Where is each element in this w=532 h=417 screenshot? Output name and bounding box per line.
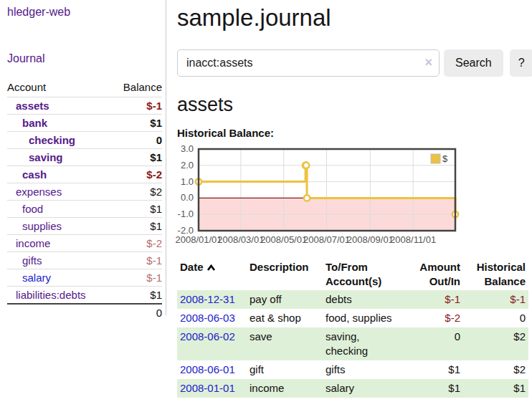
transaction-row: 2008-06-02savesaving, checking0$2 xyxy=(177,327,528,360)
transaction-accounts: salary xyxy=(323,379,406,398)
clear-search-icon[interactable]: × xyxy=(424,55,432,70)
y-tick-label: 1.0 xyxy=(181,176,194,187)
account-link[interactable]: saving xyxy=(29,151,63,163)
search-input[interactable] xyxy=(177,49,440,77)
account-link[interactable]: checking xyxy=(29,134,75,146)
accounts-header-balance: Balance xyxy=(110,79,162,97)
account-balance: $1 xyxy=(110,218,162,235)
accounts-total-balance: 0 xyxy=(110,304,162,321)
account-link[interactable]: food xyxy=(22,203,43,215)
account-row: food$1 xyxy=(7,201,162,218)
account-row: income$-2 xyxy=(7,235,162,252)
search-input-wrap: × xyxy=(177,49,440,77)
transaction-date-link[interactable]: 2008-06-03 xyxy=(180,312,235,324)
x-tick-label: 2008/09/01 xyxy=(347,234,394,245)
transaction-amount: $1 xyxy=(406,379,463,398)
account-link[interactable]: salary xyxy=(22,272,51,284)
accounts-table: Account Balance assets$-1bank$1checking0… xyxy=(7,79,162,321)
th-accounts: To/FromAccount(s) xyxy=(323,259,406,290)
account-row: liabilities:debts$1 xyxy=(7,287,162,305)
account-link[interactable]: income xyxy=(16,237,50,249)
transaction-amount: $1 xyxy=(406,360,463,379)
y-tick-label: 2.0 xyxy=(181,160,194,171)
transaction-date-link[interactable]: 2008-06-01 xyxy=(180,363,235,375)
transaction-row: 2008-06-03eat & shopfood, supplies$-20 xyxy=(177,309,528,327)
transactions-table-body: 2008-12-31pay offdebts$-1$-12008-06-03ea… xyxy=(177,290,528,398)
transaction-amount: $-1 xyxy=(406,290,463,309)
transaction-date-link[interactable]: 2008-12-31 xyxy=(180,293,235,305)
x-tick-label: 2008/03/01 xyxy=(217,234,264,245)
transaction-amount: 0 xyxy=(406,327,463,360)
transaction-accounts: food, supplies xyxy=(323,309,406,327)
transaction-balance: $1 xyxy=(463,379,528,398)
account-link[interactable]: supplies xyxy=(22,220,62,232)
account-balance: 0 xyxy=(110,132,162,149)
data-point-marker xyxy=(303,163,309,168)
transaction-date-link[interactable]: 2008-06-02 xyxy=(180,330,235,342)
accounts-header-row: Account Balance xyxy=(7,79,162,97)
account-link[interactable]: gifts xyxy=(22,254,42,267)
account-row: expenses$2 xyxy=(7,183,162,201)
th-amount: AmountOut/In xyxy=(406,259,463,290)
sidebar: hledger-web Journal Account Balance asse… xyxy=(0,0,166,398)
th-date[interactable]: Date xyxy=(177,259,247,290)
account-link[interactable]: liabilities:debts xyxy=(16,289,86,301)
transaction-balance: $2 xyxy=(463,360,528,379)
y-tick-label: -1.0 xyxy=(178,208,194,219)
transaction-balance: $-1 xyxy=(463,290,528,309)
transaction-description: save xyxy=(247,327,323,360)
account-row: supplies$1 xyxy=(7,218,162,235)
account-row: bank$1 xyxy=(7,115,162,132)
search-button[interactable]: Search xyxy=(444,49,503,77)
app: hledger-web Journal Account Balance asse… xyxy=(0,0,532,398)
account-row: saving$1 xyxy=(7,149,162,166)
data-point-marker xyxy=(304,195,310,201)
x-tick-label: 2008/05/01 xyxy=(260,234,307,245)
app-title-link[interactable]: hledger-web xyxy=(7,6,70,18)
help-button[interactable]: ? xyxy=(510,49,532,77)
transaction-accounts: gifts xyxy=(323,360,406,379)
sidebar-item-journal[interactable]: Journal xyxy=(7,52,44,64)
transaction-balance: 0 xyxy=(463,309,528,327)
account-heading: assets xyxy=(177,94,532,116)
transaction-description: gift xyxy=(247,360,323,379)
sort-ascending-icon xyxy=(206,264,216,272)
search-bar: × Search ? xyxy=(177,49,532,77)
transaction-row: 2008-06-01giftgifts$1$2 xyxy=(177,360,528,379)
transaction-accounts: saving, checking xyxy=(323,327,406,360)
account-balance: $-1 xyxy=(110,252,162,269)
account-balance: $1 xyxy=(110,201,162,218)
transaction-row: 2008-12-31pay offdebts$-1$-1 xyxy=(177,290,528,309)
main-content: sample.journal × Search ? assets Histori… xyxy=(166,0,532,398)
account-row: checking0 xyxy=(7,132,162,149)
x-tick-label: 2008/01/01 xyxy=(175,234,222,245)
transaction-description: pay off xyxy=(247,290,323,309)
account-balance: $2 xyxy=(110,183,162,201)
x-tick-label: 2008/11/01 xyxy=(390,234,436,245)
transaction-description: eat & shop xyxy=(247,309,323,327)
y-tick-label: 0.0 xyxy=(181,192,194,203)
account-balance: $-1 xyxy=(110,269,162,287)
transactions-table: Date Description To/FromAccount(s) Amoun… xyxy=(177,259,528,398)
account-link[interactable]: bank xyxy=(22,117,47,129)
x-tick-label: 2008/07/01 xyxy=(303,234,350,245)
y-tick-label: 3.0 xyxy=(181,143,194,154)
account-balance: $1 xyxy=(110,115,162,132)
transaction-balance: $2 xyxy=(463,327,528,360)
transaction-row: 2008-01-01incomesalary$1$1 xyxy=(177,379,528,398)
account-link[interactable]: expenses xyxy=(16,186,62,198)
accounts-header-account: Account xyxy=(7,79,110,97)
account-row: assets$-1 xyxy=(7,97,162,115)
account-link[interactable]: assets xyxy=(16,100,49,112)
transaction-description: income xyxy=(247,379,323,398)
app-title: hledger-web xyxy=(7,6,162,19)
accounts-total-row: 0 xyxy=(7,304,162,321)
transaction-date-link[interactable]: 2008-01-01 xyxy=(180,382,235,394)
account-balance: $1 xyxy=(110,149,162,166)
account-row: salary$-1 xyxy=(7,269,162,287)
page-title: sample.journal xyxy=(177,4,532,32)
account-link[interactable]: cash xyxy=(22,168,47,181)
chart-title: Historical Balance: xyxy=(177,127,532,139)
accounts-table-body: assets$-1bank$1checking0saving$1cash$-2e… xyxy=(7,97,162,322)
account-balance: $-2 xyxy=(110,166,162,183)
